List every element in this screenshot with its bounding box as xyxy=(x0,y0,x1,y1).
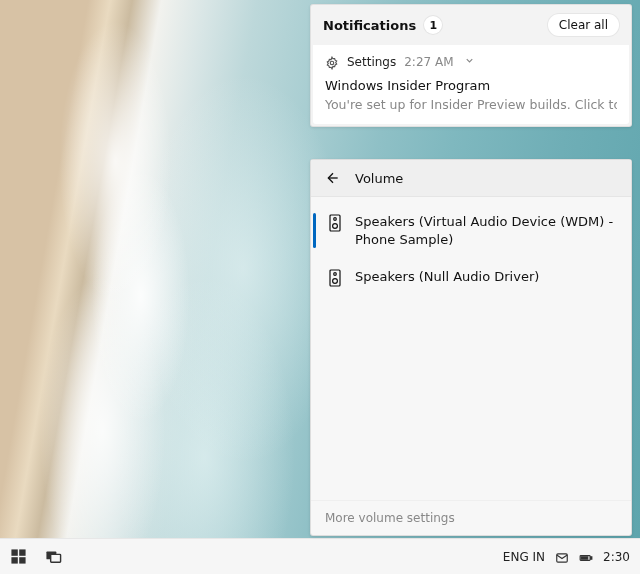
chevron-down-icon[interactable] xyxy=(464,55,475,69)
volume-device-list: Speakers (Virtual Audio Device (WDM) - P… xyxy=(311,197,631,500)
svg-rect-12 xyxy=(51,554,61,562)
back-arrow-icon[interactable] xyxy=(325,170,341,186)
svg-point-6 xyxy=(333,279,338,284)
start-button-icon[interactable] xyxy=(10,548,27,565)
speaker-icon xyxy=(329,214,341,232)
notifications-count-badge: 1 xyxy=(424,16,442,34)
taskbar-clock[interactable]: 2:30 xyxy=(603,550,630,564)
volume-device-item[interactable]: Speakers (Null Audio Driver) xyxy=(311,258,631,297)
notification-body: You're set up for Insider Preview builds… xyxy=(325,97,617,112)
svg-rect-7 xyxy=(11,549,17,555)
svg-rect-9 xyxy=(11,557,17,563)
volume-device-item[interactable]: Speakers (Virtual Audio Device (WDM) - P… xyxy=(311,203,631,258)
tray-mail-icon[interactable] xyxy=(555,550,569,564)
volume-panel: Volume Speakers (Virtual Audio Device (W… xyxy=(310,159,632,536)
notification-card[interactable]: Settings 2:27 AM Windows Insider Program… xyxy=(313,45,629,124)
svg-point-5 xyxy=(334,273,337,276)
taskbar-tray: ENG IN 2:30 xyxy=(503,550,630,564)
task-view-icon[interactable] xyxy=(45,548,62,565)
notifications-header: Notifications 1 Clear all xyxy=(311,5,631,45)
desktop-wallpaper: Notifications 1 Clear all Settings 2:27 … xyxy=(0,0,640,538)
notification-title: Windows Insider Program xyxy=(325,78,617,93)
notification-time: 2:27 AM xyxy=(404,55,453,69)
svg-rect-8 xyxy=(19,549,25,555)
notifications-title: Notifications xyxy=(323,18,416,33)
volume-title: Volume xyxy=(355,171,403,186)
volume-device-label: Speakers (Null Audio Driver) xyxy=(355,268,539,287)
notifications-panel: Notifications 1 Clear all Settings 2:27 … xyxy=(310,4,632,127)
clear-all-button[interactable]: Clear all xyxy=(548,14,619,36)
settings-icon xyxy=(325,55,339,69)
language-indicator[interactable]: ENG IN xyxy=(503,550,545,564)
svg-point-2 xyxy=(334,218,337,221)
notification-source-row: Settings 2:27 AM xyxy=(325,55,617,69)
taskbar-left xyxy=(10,548,62,565)
svg-rect-15 xyxy=(591,556,592,558)
notification-source: Settings xyxy=(347,55,396,69)
tray-battery-icon[interactable] xyxy=(579,550,593,564)
svg-point-3 xyxy=(333,224,338,229)
more-volume-settings-link[interactable]: More volume settings xyxy=(311,500,631,535)
svg-point-0 xyxy=(330,61,334,65)
taskbar: ENG IN 2:30 xyxy=(0,538,640,574)
svg-rect-16 xyxy=(581,556,587,558)
volume-device-label: Speakers (Virtual Audio Device (WDM) - P… xyxy=(355,213,617,248)
speaker-icon xyxy=(329,269,341,287)
volume-header: Volume xyxy=(311,160,631,197)
svg-rect-10 xyxy=(19,557,25,563)
